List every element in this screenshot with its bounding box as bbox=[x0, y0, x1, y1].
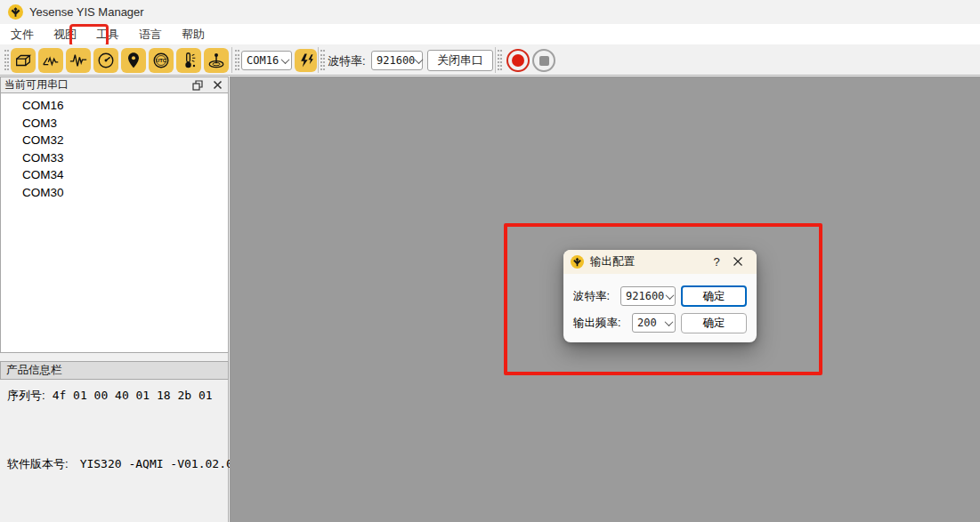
product-info-title: 产品信息栏 bbox=[6, 363, 62, 378]
record-button[interactable] bbox=[506, 49, 530, 72]
tool-gyro-level-button[interactable] bbox=[204, 48, 229, 73]
dialog-logo-icon bbox=[571, 255, 584, 269]
tool-attitude-plot-button[interactable] bbox=[38, 48, 63, 73]
dialog-baud-select[interactable]: 921600 bbox=[620, 286, 676, 306]
stop-icon bbox=[539, 56, 549, 66]
com-port-value: COM16 bbox=[242, 54, 279, 67]
dialog-freq-confirm-button[interactable]: 确定 bbox=[681, 313, 747, 333]
menu-file[interactable]: 文件 bbox=[2, 24, 43, 45]
dialog-baud-value: 921600 bbox=[621, 290, 664, 302]
dialog-title: 输出配置 bbox=[590, 254, 707, 269]
serial-port-item[interactable]: COM33 bbox=[1, 149, 228, 167]
restore-window-icon bbox=[192, 80, 203, 91]
gauge-icon bbox=[96, 51, 116, 70]
utc-clock-icon: UTC bbox=[151, 51, 171, 70]
title-bar: Yesense YIS Manager bbox=[0, 0, 980, 24]
menu-bar: 文件 视图 工具 语言 帮助 bbox=[0, 24, 980, 44]
close-x-icon bbox=[213, 80, 223, 90]
stop-button[interactable] bbox=[532, 49, 555, 72]
vibration-wave-icon bbox=[69, 51, 88, 70]
dialog-freq-select[interactable]: 200 bbox=[632, 313, 676, 333]
com-port-select[interactable]: COM16 bbox=[241, 51, 292, 70]
serial-port-item[interactable]: COM30 bbox=[1, 184, 228, 202]
window-title: Yesense YIS Manager bbox=[29, 5, 144, 19]
software-version-line: 软件版本号: YIS320 -AQMI -V01.02.03; bbox=[7, 456, 247, 472]
chevron-down-icon bbox=[662, 320, 675, 326]
serial-number-line: 序列号: 4f 01 00 40 01 18 2b 01 bbox=[7, 388, 213, 404]
serial-port-item[interactable]: COM3 bbox=[1, 115, 228, 133]
tool-temperature-button[interactable] bbox=[176, 48, 201, 73]
thermometer-icon bbox=[179, 51, 198, 70]
serial-ports-panel-title: 当前可用串口 bbox=[4, 77, 69, 92]
software-version-value: YIS320 -AQMI -V01.02.03; bbox=[80, 457, 247, 470]
serial-number-value: 4f 01 00 40 01 18 2b 01 bbox=[53, 389, 213, 402]
attitude-wave-icon bbox=[41, 51, 61, 70]
tool-gauge-button[interactable] bbox=[93, 48, 118, 73]
gyro-level-icon bbox=[207, 51, 226, 70]
toolbar-separator bbox=[231, 47, 232, 73]
menu-tools[interactable]: 工具 bbox=[87, 24, 128, 45]
close-x-icon bbox=[733, 256, 743, 267]
panel-close-button[interactable] bbox=[210, 78, 224, 92]
serial-port-item[interactable]: COM32 bbox=[1, 132, 228, 149]
menu-view[interactable]: 视图 bbox=[45, 24, 85, 45]
chevron-down-icon bbox=[415, 58, 422, 64]
menu-language[interactable]: 语言 bbox=[130, 24, 171, 45]
serial-port-item[interactable]: COM34 bbox=[1, 166, 228, 184]
serial-ports-panel-header: 当前可用串口 bbox=[0, 76, 229, 93]
tool-utc-clock-button[interactable]: UTC bbox=[149, 48, 174, 73]
chevron-down-icon bbox=[279, 58, 291, 64]
dialog-baud-label: 波特率: bbox=[573, 289, 610, 304]
output-config-dialog: 输出配置 ? 波特率: 921600 确定 输出频率: 200 确定 bbox=[563, 250, 757, 342]
cube-3d-icon bbox=[13, 51, 33, 70]
close-serial-port-button[interactable]: 关闭串口 bbox=[427, 50, 493, 71]
chevron-down-icon bbox=[664, 293, 675, 300]
app-logo-icon bbox=[8, 4, 23, 20]
toolbar-drag-handle[interactable] bbox=[4, 50, 9, 70]
tool-location-button[interactable] bbox=[121, 48, 146, 73]
baud-rate-value: 921600 bbox=[372, 54, 415, 67]
panel-float-button[interactable] bbox=[190, 78, 205, 92]
app-window: Yesense YIS Manager 文件 视图 工具 语言 帮助 bbox=[0, 0, 980, 522]
location-pin-icon bbox=[124, 51, 143, 70]
toolbar-separator bbox=[495, 47, 496, 73]
baud-rate-select[interactable]: 921600 bbox=[371, 51, 423, 70]
dialog-freq-value: 200 bbox=[633, 317, 662, 329]
serial-port-list: COM16 COM3 COM32 COM33 COM34 COM30 bbox=[0, 93, 229, 353]
menu-help[interactable]: 帮助 bbox=[173, 24, 214, 45]
record-icon bbox=[512, 54, 524, 67]
serial-port-item[interactable]: COM16 bbox=[1, 97, 228, 115]
toolbar-drag-handle[interactable] bbox=[320, 50, 325, 70]
toolbar-drag-handle[interactable] bbox=[498, 50, 502, 70]
software-version-label: 软件版本号: bbox=[7, 456, 69, 472]
tool-waveform-plot-button[interactable] bbox=[66, 48, 91, 73]
toolbar-drag-handle[interactable] bbox=[235, 50, 239, 70]
product-info-header: 产品信息栏 bbox=[0, 361, 229, 380]
refresh-ports-button[interactable] bbox=[295, 49, 317, 72]
tool-3d-view-button[interactable] bbox=[11, 48, 36, 73]
dialog-close-button[interactable] bbox=[726, 255, 749, 269]
serial-number-label: 序列号: bbox=[7, 388, 45, 404]
dialog-baud-confirm-button[interactable]: 确定 bbox=[681, 285, 747, 307]
dialog-help-button[interactable]: ? bbox=[707, 255, 726, 269]
toolbar-separator bbox=[318, 47, 319, 73]
double-lightning-icon bbox=[297, 52, 315, 69]
baud-rate-label: 波特率: bbox=[328, 53, 366, 69]
svg-text:UTC: UTC bbox=[156, 58, 167, 63]
dialog-title-bar[interactable]: 输出配置 ? bbox=[563, 250, 757, 274]
dialog-freq-label: 输出频率: bbox=[573, 316, 620, 331]
